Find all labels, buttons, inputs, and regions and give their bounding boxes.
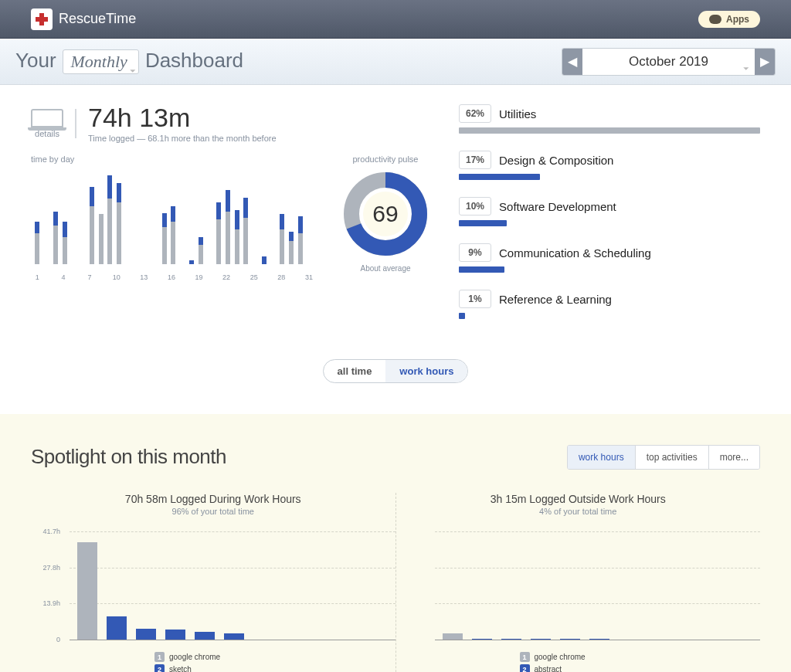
work-hours-sub: 96% of your total time [31, 507, 396, 516]
summary: details 74h 13m Time logged — 68.1h more… [31, 104, 436, 143]
category-row[interactable]: 10%Software Development [459, 197, 760, 226]
total-time: 74h 13m [88, 104, 277, 131]
category-row[interactable]: 62%Utilities [459, 104, 760, 134]
work-hours-pill[interactable]: work hours [385, 360, 467, 382]
category-name: Utilities [499, 107, 536, 120]
app-bar[interactable] [224, 633, 244, 640]
subbar: Your Monthly Dashboard ◀ October 2019 ▶ [0, 39, 791, 85]
day-bar[interactable] [97, 214, 104, 264]
day-bar[interactable] [188, 260, 195, 264]
category-pct: 17% [459, 151, 491, 169]
day-bar[interactable] [297, 216, 304, 264]
logo-icon [31, 8, 53, 30]
category-name: Reference & Learning [499, 293, 612, 306]
day-bar[interactable] [116, 183, 123, 264]
day-bar[interactable] [216, 202, 222, 264]
day-bar[interactable] [61, 222, 68, 264]
tab-top-activities[interactable]: top activities [636, 446, 709, 469]
tab-work-hours[interactable]: work hours [568, 446, 636, 469]
day-bar[interactable] [34, 222, 41, 264]
day-bar[interactable] [88, 187, 95, 264]
spotlight-tabs: work hours top activities more... [567, 445, 760, 470]
brand-text: RescueTime [59, 11, 136, 27]
category-row[interactable]: 1%Reference & Learning [459, 290, 760, 319]
app-bar[interactable] [165, 630, 185, 640]
time-by-day-chart: time by day 1471013161922252831 [31, 154, 316, 281]
apps-label: Apps [726, 14, 749, 25]
time-note: Time logged — 68.1h more than the month … [88, 134, 277, 143]
legend-item[interactable]: 1google chrome [520, 652, 761, 662]
outside-hours-column: 3h 15m Logged Outside Work Hours 4% of y… [396, 493, 761, 672]
day-bar[interactable] [170, 206, 177, 264]
day-bar[interactable] [224, 190, 231, 264]
page-title: Your Monthly Dashboard [15, 49, 243, 74]
logo[interactable]: RescueTime [31, 8, 136, 30]
day-bar[interactable] [279, 214, 286, 264]
topbar: RescueTime Apps [0, 0, 791, 39]
apps-button[interactable]: Apps [698, 11, 760, 28]
app-bar[interactable] [560, 639, 580, 640]
app-bar[interactable] [501, 639, 521, 640]
laptop-icon [31, 109, 63, 127]
app-bar[interactable] [107, 616, 127, 640]
category-row[interactable]: 17%Design & Composition [459, 151, 760, 180]
app-bar[interactable] [195, 632, 215, 640]
pulse-donut[interactable]: 69 [343, 171, 428, 256]
day-bar[interactable] [233, 210, 240, 264]
day-bar[interactable] [243, 198, 250, 264]
work-hours-title: 70h 58m Logged During Work Hours [31, 493, 396, 505]
day-bar[interactable] [260, 256, 267, 264]
day-bar[interactable] [52, 212, 59, 264]
time-by-day-label: time by day [31, 154, 316, 164]
category-list: 62%Utilities17%Design & Composition10%So… [459, 104, 760, 336]
legend-item[interactable]: 2abstract [520, 664, 761, 672]
app-bar[interactable] [589, 639, 609, 640]
outside-hours-sub: 4% of your total time [396, 507, 761, 516]
category-name: Software Development [499, 200, 616, 213]
day-bar[interactable] [288, 232, 295, 264]
category-name: Communication & Scheduling [499, 246, 651, 260]
spotlight-title: Spotlight on this month [31, 445, 226, 469]
day-bar[interactable] [161, 213, 168, 264]
legend-item[interactable]: 1google chrome [154, 652, 396, 662]
work-hours-column: 70h 58m Logged During Work Hours 96% of … [31, 493, 396, 672]
day-bar[interactable] [107, 175, 114, 264]
category-pct: 1% [459, 290, 491, 308]
app-bar[interactable] [443, 633, 463, 640]
legend-item[interactable]: 2sketch [154, 664, 396, 672]
spotlight-section: Spotlight on this month work hours top a… [0, 414, 791, 672]
category-pct: 62% [459, 104, 491, 123]
all-time-pill[interactable]: all time [324, 360, 386, 382]
category-row[interactable]: 9%Communication & Scheduling [459, 243, 760, 273]
category-pct: 9% [459, 243, 491, 262]
pulse-label: productivity pulse [335, 154, 436, 164]
next-period-button[interactable]: ▶ [755, 49, 775, 75]
category-name: Design & Composition [499, 154, 613, 167]
app-bar[interactable] [531, 639, 551, 640]
device-block[interactable]: details [31, 109, 76, 138]
prev-period-button[interactable]: ◀ [562, 49, 582, 75]
main-section: details 74h 13m Time logged — 68.1h more… [0, 85, 791, 414]
cloud-icon [709, 15, 721, 24]
date-label[interactable]: October 2019 [582, 54, 755, 70]
productivity-pulse: productivity pulse 69 About average [335, 154, 436, 281]
title-suffix: Dashboard [145, 49, 243, 73]
pulse-value: 69 [363, 192, 408, 236]
app-bar[interactable] [136, 629, 156, 640]
app-bar[interactable] [77, 542, 97, 640]
time-filter-toggle: all time work hours [323, 359, 469, 383]
day-bar[interactable] [197, 237, 204, 264]
tab-more[interactable]: more... [709, 446, 759, 469]
pulse-note: About average [335, 264, 436, 273]
app-bar[interactable] [472, 639, 492, 640]
outside-hours-title: 3h 15m Logged Outside Work Hours [396, 493, 761, 505]
period-select[interactable]: Monthly [63, 49, 139, 74]
category-pct: 10% [459, 197, 491, 216]
title-prefix: Your [15, 49, 56, 73]
date-picker: ◀ October 2019 ▶ [562, 48, 776, 76]
